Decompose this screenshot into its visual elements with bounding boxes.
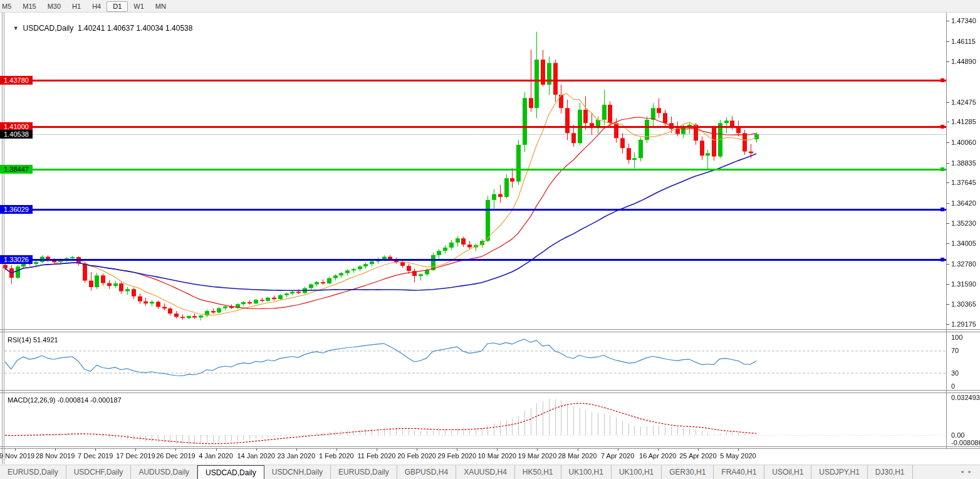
date-axis-label: 4 Jan 2020 xyxy=(199,452,232,460)
period-button-mn[interactable]: MN xyxy=(150,2,172,11)
tab-xauusd-h4[interactable]: XAUUSD,H4 xyxy=(456,465,515,479)
date-axis-label: 20 Feb 2020 xyxy=(397,452,436,460)
price-axis-tick: 1.42475 xyxy=(951,98,976,106)
level-price-badge: 1.38447 xyxy=(0,165,33,174)
price-axis-tick: 1.32780 xyxy=(951,260,976,268)
tab-scroll-left-icon[interactable]: ◂ xyxy=(961,468,969,475)
period-button-h4[interactable]: H4 xyxy=(86,2,107,11)
rsi-axis-label: 70 xyxy=(951,347,959,354)
price-axis-tick: 1.35230 xyxy=(951,219,976,227)
macd-axis-min: -0.008086 xyxy=(951,439,980,446)
tab-dj30-h1[interactable]: DJ30,H1 xyxy=(868,465,913,479)
tab-eurusd-daily[interactable]: EURUSD,Daily xyxy=(331,465,397,479)
date-axis-label: 26 Dec 2019 xyxy=(156,452,195,460)
date-axis-label: 19 Nov 2019 xyxy=(0,452,34,460)
macd-axis-zero: 0.00 xyxy=(951,431,964,439)
tab-fra40-h1[interactable]: FRA40,H1 xyxy=(714,465,764,479)
period-button-m5[interactable]: M5 xyxy=(0,2,17,11)
price-axis-tick: 1.30365 xyxy=(951,300,976,308)
current-price-badge: 1.40538 xyxy=(0,130,33,139)
rsi-axis-label: 0 xyxy=(951,382,955,390)
tab-ger30-h1[interactable]: GER30,H1 xyxy=(662,465,714,479)
tab-uk100-h1[interactable]: UK100,H1 xyxy=(561,465,612,479)
chart-title: ▼USDCAD,Daily 1.40241 1.40637 1.40034 1.… xyxy=(9,15,192,33)
tab-uk100-h1[interactable]: UK100,H1 xyxy=(612,465,662,479)
date-axis-label: 17 Dec 2019 xyxy=(116,452,155,460)
price-chart-canvas[interactable] xyxy=(0,0,980,479)
tab-usdjpy-h1[interactable]: USDJPY,H1 xyxy=(811,465,867,479)
price-axis-tick: 1.47340 xyxy=(951,17,976,24)
price-axis-tick: 1.38835 xyxy=(951,159,976,167)
price-axis-tick: 1.40060 xyxy=(951,139,976,146)
date-axis-label: 14 Jan 2020 xyxy=(237,452,275,460)
date-axis-label: 1 Feb 2020 xyxy=(319,452,354,460)
price-axis-tick: 1.29175 xyxy=(951,320,976,328)
rsi-axis-label: 30 xyxy=(951,369,959,377)
symbol-tabbar: EURUSD,DailyUSDCHF,DailyAUDUSD,DailyUSDC… xyxy=(0,465,980,479)
price-axis-tick: 1.44890 xyxy=(951,58,976,65)
period-button-h1[interactable]: H1 xyxy=(66,2,86,11)
date-axis-label: 10 Mar 2020 xyxy=(477,452,516,460)
date-axis-label: 23 Jan 2020 xyxy=(277,452,315,460)
period-button-d1[interactable]: D1 xyxy=(107,1,128,12)
triangle-down-icon: ▼ xyxy=(13,25,19,31)
price-axis-tick: 1.36420 xyxy=(951,199,976,207)
macd-indicator-label: MACD(12,26,9) -0.000814 -0.000187 xyxy=(8,396,122,404)
period-button-m30[interactable]: M30 xyxy=(42,2,66,11)
macd-axis-max: 0.032493 xyxy=(951,394,980,401)
tab-gbpusd-h4[interactable]: GBPUSD,H4 xyxy=(397,465,456,479)
tab-usdcnh-daily[interactable]: USDCNH,Daily xyxy=(264,465,331,479)
tab-hk50-h1[interactable]: HK50,H1 xyxy=(515,465,561,479)
level-price-badge: 1.33026 xyxy=(0,255,33,264)
date-axis-label: 16 Apr 2020 xyxy=(639,452,676,460)
date-axis-label: 7 Dec 2019 xyxy=(78,452,113,460)
date-axis-label: 5 May 2020 xyxy=(720,452,756,460)
date-axis-label: 11 Feb 2020 xyxy=(358,452,396,460)
tab-scroll-right-icon[interactable]: ▸ xyxy=(968,468,976,475)
date-axis-label: 7 Apr 2020 xyxy=(601,452,634,460)
tab-scroll-arrows[interactable]: ◂▸ xyxy=(961,468,976,475)
period-button-m15[interactable]: M15 xyxy=(17,2,41,11)
tab-eurusd-daily[interactable]: EURUSD,Daily xyxy=(0,465,66,479)
date-axis-label: 29 Feb 2020 xyxy=(437,452,476,460)
date-axis-label: 19 Mar 2020 xyxy=(518,452,557,460)
date-axis-label: 28 Mar 2020 xyxy=(558,452,597,460)
level-price-badge: 1.43780 xyxy=(0,76,33,85)
price-axis-tick: 1.46115 xyxy=(951,38,976,45)
timeframe-toolbar: M5M15M30H1H4D1W1MN xyxy=(0,0,980,13)
period-button-w1[interactable]: W1 xyxy=(128,2,150,11)
tab-usoil-h1[interactable]: USOil,H1 xyxy=(764,465,811,479)
chart-ohlc-values: 1.40241 1.40637 1.40034 1.40538 xyxy=(78,24,193,33)
rsi-indicator-label: RSI(14) 51.4921 xyxy=(8,336,58,344)
tab-usdcad-daily[interactable]: USDCAD,Daily xyxy=(197,465,264,479)
price-axis-tick: 1.34005 xyxy=(951,239,976,247)
chart-symbol-label: USDCAD,Daily xyxy=(23,24,74,33)
rsi-axis-label: 100 xyxy=(951,334,962,341)
tab-usdchf-daily[interactable]: USDCHF,Daily xyxy=(66,465,132,479)
date-axis-label: 25 Apr 2020 xyxy=(679,452,716,460)
price-axis-tick: 1.41285 xyxy=(951,118,976,125)
price-axis-tick: 1.31590 xyxy=(951,280,976,288)
level-price-badge: 1.36029 xyxy=(0,205,33,214)
date-axis-label: 28 Nov 2019 xyxy=(36,452,75,460)
price-axis-tick: 1.37645 xyxy=(951,179,976,186)
tab-audusd-daily[interactable]: AUDUSD,Daily xyxy=(131,465,197,479)
